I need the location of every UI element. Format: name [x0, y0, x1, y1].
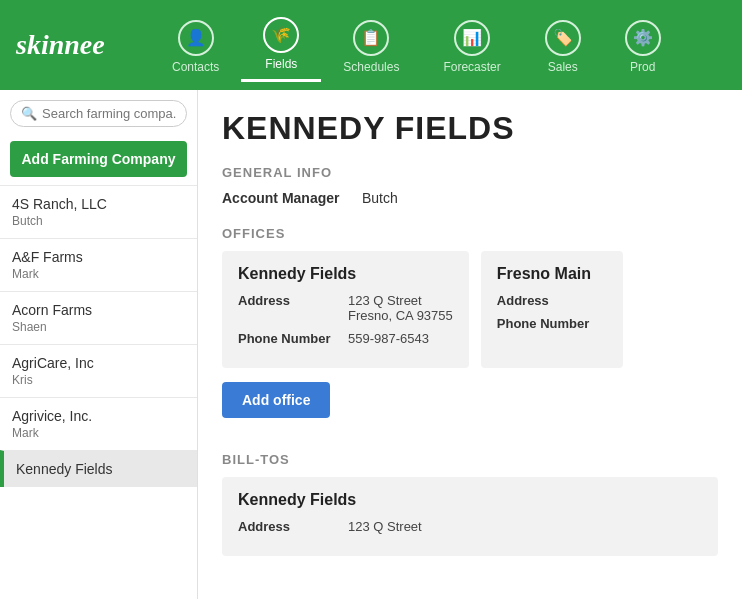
- office-card-kennedy: Kennedy Fields Address 123 Q Street Fres…: [222, 251, 469, 368]
- billtos-section: BILL-TOS Kennedy Fields Address 123 Q St…: [222, 452, 718, 556]
- company-name-kennedy-fields: Kennedy Fields: [16, 461, 185, 477]
- main-layout: 🔍 Add Farming Company 4S Ranch, LLC Butc…: [0, 90, 742, 599]
- schedules-icon: 📋: [353, 20, 389, 56]
- sidebar-list: 4S Ranch, LLC Butch A&F Farms Mark Acorn…: [0, 185, 197, 599]
- company-name-agricare: AgriCare, Inc: [12, 355, 185, 371]
- nav-items: 👤 Contacts 🌾 Fields 📋 Schedules 📊 Foreca…: [150, 9, 742, 82]
- office-kennedy-phone-value: 559-987-6543: [348, 331, 429, 346]
- offices-label: OFFICES: [222, 226, 718, 241]
- app-logo: skinnee: [10, 29, 150, 61]
- nav-label-schedules: Schedules: [343, 60, 399, 74]
- billto-card-kennedy-title: Kennedy Fields: [238, 491, 702, 509]
- office-fresno-phone-label: Phone Number: [497, 316, 607, 331]
- contacts-icon: 👤: [178, 20, 214, 56]
- company-name-agrivice: Agrivice, Inc.: [12, 408, 185, 424]
- office-card-kennedy-title: Kennedy Fields: [238, 265, 453, 283]
- search-box[interactable]: 🔍: [10, 100, 187, 127]
- add-farming-company-button[interactable]: Add Farming Company: [10, 141, 187, 177]
- sidebar: 🔍 Add Farming Company 4S Ranch, LLC Butc…: [0, 90, 198, 599]
- page-title: KENNEDY FIELDS: [222, 110, 718, 147]
- office-kennedy-phone-row: Phone Number 559-987-6543: [238, 331, 453, 346]
- office-fresno-address-label: Address: [497, 293, 607, 308]
- office-kennedy-address-value: 123 Q Street Fresno, CA 93755: [348, 293, 453, 323]
- nav-item-prod[interactable]: ⚙️ Prod: [603, 9, 683, 82]
- billto-kennedy-address-label: Address: [238, 519, 348, 534]
- billtos-cards: Kennedy Fields Address 123 Q Street: [222, 477, 718, 556]
- sidebar-item-acorn-farms[interactable]: Acorn Farms Shaen: [0, 291, 197, 344]
- sidebar-item-af-farms[interactable]: A&F Farms Mark: [0, 238, 197, 291]
- fields-icon: 🌾: [263, 17, 299, 53]
- nav-item-sales[interactable]: 🏷️ Sales: [523, 9, 603, 82]
- office-kennedy-address-row: Address 123 Q Street Fresno, CA 93755: [238, 293, 453, 323]
- sidebar-item-kennedy-fields[interactable]: Kennedy Fields: [0, 450, 197, 487]
- account-manager-value: Butch: [362, 190, 398, 206]
- nav-item-schedules[interactable]: 📋 Schedules: [321, 9, 421, 82]
- top-nav: skinnee 👤 Contacts 🌾 Fields 📋 Schedules …: [0, 0, 742, 90]
- company-name-4s-ranch: 4S Ranch, LLC: [12, 196, 185, 212]
- billtos-label: BILL-TOS: [222, 452, 718, 467]
- office-card-fresno: Fresno Main Address Phone Number: [481, 251, 623, 368]
- office-kennedy-address-label: Address: [238, 293, 348, 323]
- sidebar-search: 🔍: [0, 90, 197, 135]
- nav-item-fields[interactable]: 🌾 Fields: [241, 9, 321, 82]
- billto-kennedy-address-value: 123 Q Street: [348, 519, 422, 534]
- account-manager-label: Account Manager: [222, 190, 362, 206]
- company-name-acorn-farms: Acorn Farms: [12, 302, 185, 318]
- billto-kennedy-address-row: Address 123 Q Street: [238, 519, 702, 534]
- billto-card-kennedy: Kennedy Fields Address 123 Q Street: [222, 477, 718, 556]
- company-manager-af-farms: Mark: [12, 267, 185, 281]
- add-office-button[interactable]: Add office: [222, 382, 330, 418]
- office-fresno-address-row: Address: [497, 293, 607, 308]
- general-info-label: GENERAL INFO: [222, 165, 718, 180]
- offices-cards: Kennedy Fields Address 123 Q Street Fres…: [222, 251, 718, 368]
- nav-label-sales: Sales: [548, 60, 578, 74]
- search-input[interactable]: [42, 106, 176, 121]
- sidebar-item-agrivice[interactable]: Agrivice, Inc. Mark: [0, 397, 197, 450]
- office-card-fresno-title: Fresno Main: [497, 265, 607, 283]
- nav-label-prod: Prod: [630, 60, 655, 74]
- nav-item-contacts[interactable]: 👤 Contacts: [150, 9, 241, 82]
- office-kennedy-phone-label: Phone Number: [238, 331, 348, 346]
- search-icon: 🔍: [21, 106, 37, 121]
- company-manager-acorn-farms: Shaen: [12, 320, 185, 334]
- office-fresno-phone-row: Phone Number: [497, 316, 607, 331]
- sidebar-item-4s-ranch[interactable]: 4S Ranch, LLC Butch: [0, 185, 197, 238]
- content-area: KENNEDY FIELDS GENERAL INFO Account Mana…: [198, 90, 742, 599]
- company-manager-agrivice: Mark: [12, 426, 185, 440]
- company-name-af-farms: A&F Farms: [12, 249, 185, 265]
- company-manager-4s-ranch: Butch: [12, 214, 185, 228]
- forecaster-icon: 📊: [454, 20, 490, 56]
- general-info-section: GENERAL INFO Account Manager Butch: [222, 165, 718, 206]
- offices-section: OFFICES Kennedy Fields Address 123 Q Str…: [222, 226, 718, 436]
- account-manager-row: Account Manager Butch: [222, 190, 718, 206]
- nav-label-contacts: Contacts: [172, 60, 219, 74]
- nav-label-fields: Fields: [265, 57, 297, 71]
- nav-item-forecaster[interactable]: 📊 Forecaster: [421, 9, 522, 82]
- sidebar-item-agricare[interactable]: AgriCare, Inc Kris: [0, 344, 197, 397]
- prod-icon: ⚙️: [625, 20, 661, 56]
- nav-label-forecaster: Forecaster: [443, 60, 500, 74]
- company-manager-agricare: Kris: [12, 373, 185, 387]
- sales-icon: 🏷️: [545, 20, 581, 56]
